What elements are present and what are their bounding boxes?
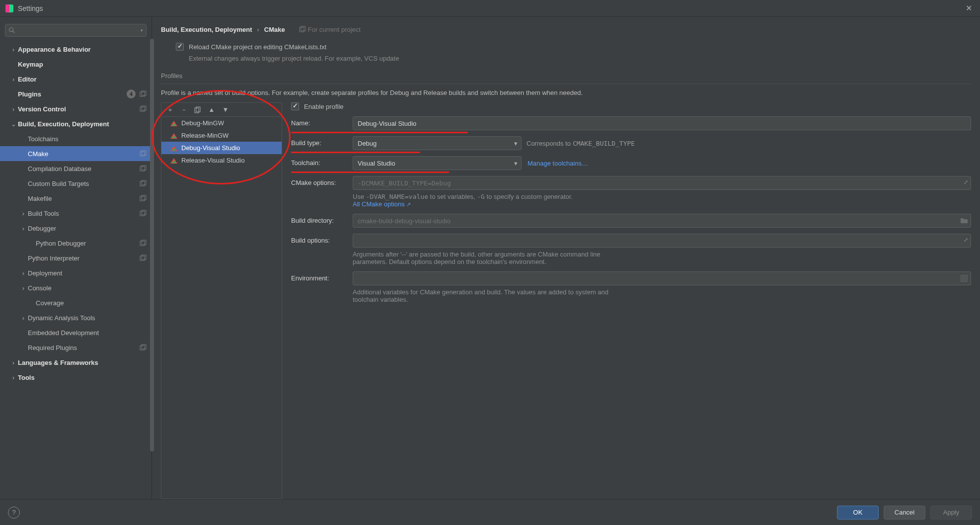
profile-move-up-button[interactable]: ▲ [207, 105, 216, 114]
environment-label: Environment: [291, 271, 347, 282]
sidebar-item-appearance-behavior[interactable]: ›Appearance & Behavior [0, 42, 151, 57]
profile-item-label: Debug-MinGW [181, 119, 224, 127]
expand-icon[interactable]: ⤢ [964, 237, 968, 243]
sidebar-scrollbar-track[interactable] [150, 24, 155, 501]
toolchain-label: Toolchain: [291, 156, 347, 167]
help-button[interactable]: ? [8, 507, 20, 519]
dialog-footer: ? OK Cancel Apply [0, 499, 980, 525]
svg-rect-17 [142, 210, 146, 215]
cancel-button[interactable]: Cancel [884, 506, 925, 520]
sidebar-item-label: Custom Build Targets [28, 180, 138, 187]
scope-indicator: For current project [299, 26, 361, 33]
sidebar-scrollbar-thumb[interactable] [150, 39, 154, 451]
environment-hint: Additional variables for CMake generatio… [353, 288, 631, 303]
profiles-list[interactable]: Debug-MinGWRelease-MinGWDebug-Visual Stu… [161, 117, 282, 499]
profile-add-button[interactable]: ＋ [165, 105, 174, 114]
breadcrumb-segment-0[interactable]: Build, Execution, Deployment [161, 26, 252, 33]
sidebar-item-toolchains[interactable]: Toolchains [0, 131, 151, 146]
project-scope-icon [140, 180, 147, 187]
settings-tree[interactable]: ›Appearance & BehaviorKeymap›EditorPlugi… [0, 42, 151, 499]
sidebar-item-label: Console [28, 284, 147, 292]
profile-item-release-mingw[interactable]: Release-MinGW [161, 129, 282, 142]
sidebar-item-label: Coverage [36, 299, 147, 307]
profile-item-release-visual-studio[interactable]: Release-Visual Studio [161, 154, 282, 167]
reload-cmake-checkbox[interactable] [176, 43, 184, 51]
sidebar-item-label: Build Tools [28, 210, 138, 217]
project-scope-icon [140, 195, 147, 202]
sidebar-item-debugger[interactable]: ›Debugger [0, 221, 151, 236]
sidebar-item-required-plugins[interactable]: Required Plugins [0, 340, 151, 355]
ok-button[interactable]: OK [837, 506, 879, 520]
sidebar-item-coverage[interactable]: Coverage [0, 295, 151, 310]
build-options-input[interactable] [353, 234, 971, 248]
cmake-options-input[interactable] [353, 176, 971, 190]
build-options-label: Build options: [291, 234, 347, 244]
profile-item-debug-mingw[interactable]: Debug-MinGW [161, 117, 282, 129]
sidebar-item-plugins[interactable]: Plugins4 [0, 87, 151, 101]
profile-remove-button[interactable]: － [179, 105, 188, 114]
section-divider [161, 84, 971, 84]
window-close-button[interactable]: ✕ [963, 2, 975, 14]
profile-item-debug-visual-studio[interactable]: Debug-Visual Studio [161, 142, 282, 154]
search-dropdown-icon[interactable]: ▾ [141, 28, 143, 33]
sidebar-item-python-interpreter[interactable]: Python Interpreter [0, 251, 151, 265]
expand-icon[interactable]: ⤢ [964, 179, 968, 185]
all-cmake-options-link[interactable]: All CMake options [353, 200, 411, 208]
build-directory-input[interactable] [353, 214, 971, 228]
profile-item-label: Debug-Visual Studio [181, 144, 240, 152]
folder-icon[interactable] [960, 217, 968, 225]
project-scope-icon [140, 240, 147, 247]
sidebar-item-compilation-database[interactable]: Compilation Database [0, 161, 151, 176]
settings-search-input[interactable] [17, 27, 141, 34]
sidebar-item-languages-frameworks[interactable]: ›Languages & Frameworks [0, 355, 151, 370]
sidebar-item-editor[interactable]: ›Editor [0, 72, 151, 87]
sidebar-item-label: Languages & Frameworks [18, 359, 147, 366]
sidebar-item-cmake[interactable]: CMake [0, 146, 151, 161]
name-input[interactable] [353, 116, 971, 130]
sidebar-item-label: Embedded Development [28, 329, 147, 337]
sidebar-item-version-control[interactable]: ›Version Control [0, 101, 151, 116]
project-scope-icon [140, 255, 147, 262]
cmake-profile-icon [170, 157, 177, 164]
toolchain-select[interactable] [353, 156, 522, 170]
breadcrumb-segment-1[interactable]: CMake [264, 26, 285, 33]
sidebar-item-label: Appearance & Behavior [18, 46, 147, 53]
build-type-select[interactable] [353, 136, 522, 150]
sidebar-item-tools[interactable]: ›Tools [0, 370, 151, 385]
settings-search[interactable]: ▾ [5, 24, 147, 37]
sidebar-item-embedded-development[interactable]: Embedded Development [0, 325, 151, 340]
profile-move-down-button[interactable]: ▼ [221, 105, 230, 114]
search-icon [8, 27, 15, 34]
sidebar-item-python-debugger[interactable]: Python Debugger [0, 236, 151, 251]
project-scope-icon [140, 165, 147, 172]
settings-main: Build, Execution, Deployment › CMake For… [152, 17, 980, 499]
name-label: Name: [291, 116, 347, 127]
annotation-underline-toolchain [291, 172, 449, 173]
badge-count: 4 [127, 89, 136, 98]
cmake-profile-icon [170, 132, 177, 139]
sidebar-item-custom-build-targets[interactable]: Custom Build Targets [0, 176, 151, 191]
sidebar-item-label: Required Plugins [28, 344, 138, 351]
build-options-hint: Arguments after '--' are passed to the b… [353, 251, 631, 265]
project-scope-icon [140, 210, 147, 217]
sidebar-item-label: Build, Execution, Deployment [18, 120, 147, 128]
sidebar-item-label: Python Debugger [36, 240, 138, 247]
sidebar-item-dynamic-analysis-tools[interactable]: ›Dynamic Analysis Tools [0, 310, 151, 325]
project-scope-icon [140, 150, 147, 157]
apply-button[interactable]: Apply [930, 506, 972, 520]
sidebar-item-label: Keymap [18, 61, 147, 68]
profile-copy-button[interactable] [193, 105, 202, 114]
environment-input[interactable] [353, 271, 971, 285]
sidebar-item-deployment[interactable]: ›Deployment [0, 265, 151, 280]
sidebar-item-label: Makefile [28, 195, 138, 202]
sidebar-item-build-execution-deployment[interactable]: ⌄Build, Execution, Deployment [0, 116, 151, 131]
manage-toolchains-link[interactable]: Manage toolchains… [528, 160, 588, 167]
breadcrumb-separator: › [257, 26, 259, 33]
list-icon[interactable] [960, 274, 968, 282]
sidebar-item-console[interactable]: ›Console [0, 280, 151, 295]
sidebar-item-keymap[interactable]: Keymap [0, 57, 151, 72]
profile-item-label: Release-MinGW [181, 132, 228, 139]
sidebar-item-build-tools[interactable]: ›Build Tools [0, 206, 151, 221]
enable-profile-checkbox[interactable] [291, 102, 299, 110]
sidebar-item-makefile[interactable]: Makefile [0, 191, 151, 206]
